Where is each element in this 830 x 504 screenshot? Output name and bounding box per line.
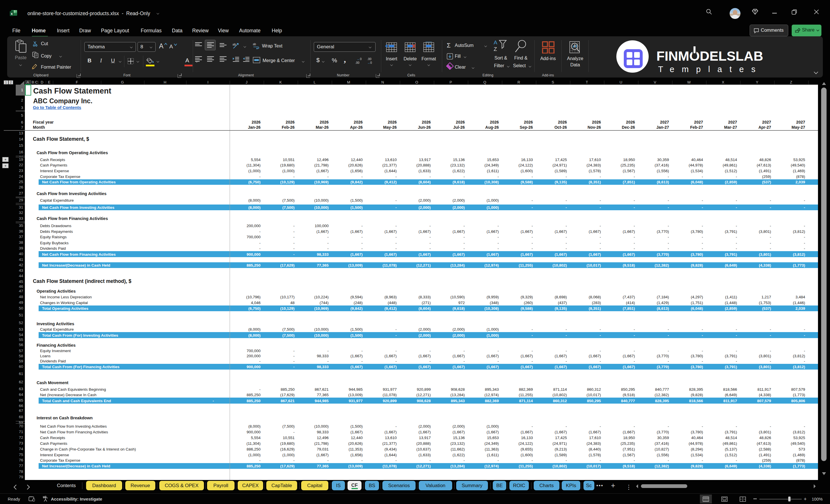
svg-text:.00: .00 <box>367 57 372 61</box>
svg-text:ab: ab <box>232 43 236 46</box>
svg-text:x: x <box>11 12 13 16</box>
svg-text:→0: →0 <box>367 61 372 64</box>
svg-text:A: A <box>493 39 498 45</box>
svg-text:Z: Z <box>493 46 497 52</box>
svg-text:.00: .00 <box>355 61 359 64</box>
svg-text:ab: ab <box>253 43 256 46</box>
svg-text:←0: ←0 <box>357 57 362 61</box>
